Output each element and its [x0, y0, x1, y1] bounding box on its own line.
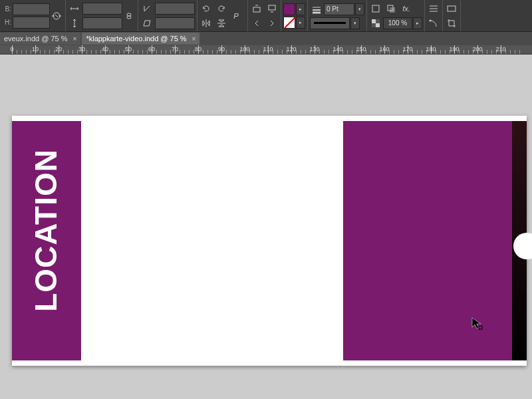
ruler-tick-label: 100	[239, 46, 249, 53]
select-content-icon[interactable]	[265, 2, 279, 15]
svg-rect-15	[372, 19, 376, 23]
document-spread[interactable]: LOCATION	[12, 116, 527, 366]
ruler-tick-label: 40	[102, 46, 108, 53]
stroke-style-preview[interactable]	[310, 17, 350, 29]
width-input[interactable]	[13, 3, 50, 15]
document-tab[interactable]: eveux.indd @ 75 % ×	[0, 33, 80, 45]
ruler-tick-label: 160	[379, 46, 389, 53]
canvas[interactable]: LOCATION	[0, 55, 532, 399]
height-input[interactable]	[13, 17, 50, 29]
drop-shadow-icon[interactable]	[384, 2, 398, 15]
scale-x-icon	[68, 2, 81, 15]
stroke-dropdown[interactable]: ▸	[296, 17, 305, 29]
ruler-tick-label: 140	[332, 46, 342, 53]
svg-rect-8	[269, 5, 275, 10]
opacity-input[interactable]	[383, 17, 412, 29]
svg-rect-17	[376, 19, 380, 23]
ruler-tick-label: 20	[55, 46, 62, 53]
shear-angle-icon	[140, 17, 154, 30]
ruler-tick-label: 10	[32, 46, 39, 53]
rotate-input[interactable]	[155, 3, 195, 15]
constrain-proportions-icon[interactable]	[50, 9, 63, 23]
ruler-tick-label: 210	[495, 46, 505, 53]
scale-y-input[interactable]	[82, 17, 122, 29]
ruler-tick-label: 60	[148, 46, 155, 53]
rotate-cw-icon[interactable]	[215, 2, 228, 15]
horizontal-ruler[interactable]: 0102030405060708090100110120130140150160…	[0, 45, 532, 55]
scale-x-input[interactable]	[82, 3, 122, 15]
document-tabs: eveux.indd @ 75 % × *klappkarte-video.in…	[0, 32, 532, 45]
fit-frame-icon[interactable]	[445, 2, 458, 15]
svg-rect-18	[372, 23, 376, 27]
ruler-tick-label: 80	[195, 46, 201, 53]
svg-rect-16	[376, 23, 380, 27]
fx-icon[interactable]: fx.	[400, 2, 413, 15]
stroke-style-dropdown[interactable]: ▾	[350, 17, 360, 29]
effects-none-icon[interactable]	[369, 2, 382, 15]
text-wrap-icon[interactable]	[427, 2, 440, 15]
crop-icon[interactable]	[445, 17, 458, 30]
ruler-tick-label: 190	[449, 46, 459, 53]
constrain-scale-icon[interactable]	[122, 9, 136, 23]
flip-horizontal-icon[interactable]	[200, 17, 213, 30]
clear-transform-icon[interactable]: P	[228, 9, 245, 23]
ruler-tick-label: 0	[10, 46, 13, 53]
select-next-icon[interactable]	[265, 17, 279, 30]
ruler-tick-label: 130	[309, 46, 319, 53]
svg-rect-23	[448, 6, 456, 11]
sidebar-panel[interactable]: LOCATION	[12, 121, 81, 360]
sidebar-title: LOCATION	[28, 149, 64, 312]
ruler-tick-label: 90	[218, 46, 225, 53]
height-label: H:	[2, 19, 11, 26]
svg-rect-5	[127, 16, 131, 19]
rotate-ccw-icon[interactable]	[200, 2, 213, 15]
fill-swatch[interactable]	[283, 3, 295, 15]
width-label: B:	[2, 5, 11, 13]
close-icon[interactable]: ×	[192, 35, 196, 43]
content-panel-right[interactable]	[343, 121, 517, 360]
ruler-tick-label: 50	[125, 46, 132, 53]
corner-options-icon[interactable]	[427, 17, 440, 30]
tab-label: eveux.indd @ 75 %	[4, 35, 68, 43]
stroke-weight-input[interactable]	[324, 3, 354, 15]
rotate-angle-icon	[140, 2, 154, 15]
stroke-weight-icon	[310, 3, 323, 16]
select-container-icon[interactable]	[250, 2, 263, 15]
opacity-icon	[369, 17, 382, 30]
image-frame[interactable]	[512, 121, 527, 360]
opacity-dropdown[interactable]: ▸	[413, 17, 422, 29]
close-icon[interactable]: ×	[73, 35, 77, 43]
stroke-swatch-none[interactable]	[283, 17, 295, 29]
svg-rect-12	[372, 5, 379, 12]
stroke-weight-dropdown[interactable]: ▾	[355, 3, 364, 15]
image-highlight	[513, 233, 532, 259]
flip-vertical-icon[interactable]	[215, 17, 228, 30]
shear-input[interactable]	[155, 17, 195, 29]
scale-y-icon	[68, 17, 81, 30]
svg-text:P: P	[233, 12, 239, 20]
ruler-tick-label: 150	[356, 46, 366, 53]
svg-point-22	[430, 19, 432, 21]
ruler-tick-label: 180	[426, 46, 436, 53]
svg-rect-7	[253, 7, 260, 12]
select-previous-icon[interactable]	[250, 17, 263, 30]
ruler-tick-label: 170	[402, 46, 412, 53]
document-tab[interactable]: *klappkarte-video.indd @ 75 % ×	[82, 33, 200, 45]
ruler-tick-label: 110	[263, 46, 273, 53]
fill-dropdown[interactable]: ▸	[296, 3, 305, 15]
ruler-tick-label: 120	[286, 46, 296, 53]
ruler-tick-label: 200	[472, 46, 482, 53]
svg-line-3	[55, 15, 58, 17]
svg-rect-4	[127, 13, 131, 16]
tab-label: *klappkarte-video.indd @ 75 %	[86, 35, 186, 43]
ruler-tick-label: 30	[78, 46, 85, 53]
ruler-tick-label: 70	[172, 46, 178, 53]
svg-rect-14	[390, 7, 395, 13]
control-panel: B: H:	[0, 0, 532, 32]
